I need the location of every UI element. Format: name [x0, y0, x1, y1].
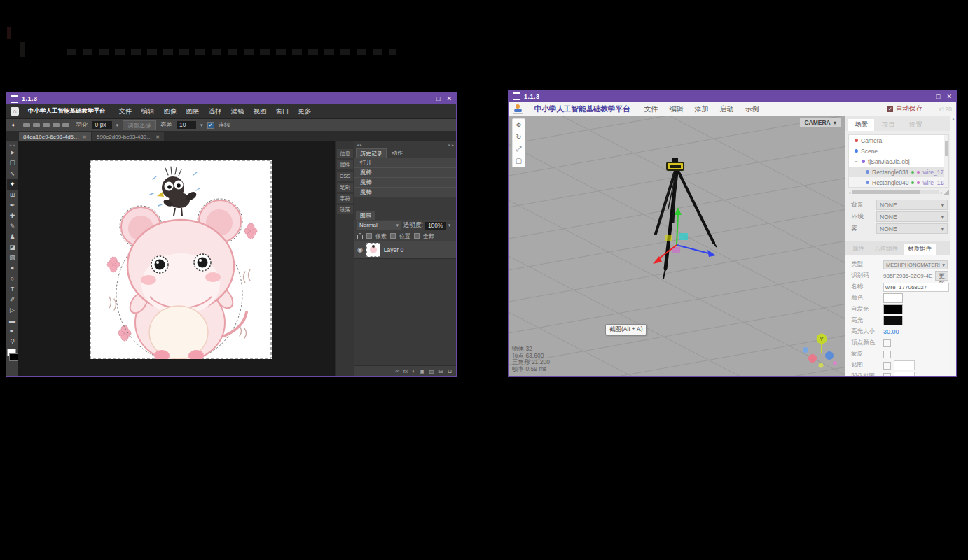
maximize-button[interactable]: □ — [436, 95, 440, 102]
hand-tool[interactable]: ☛ — [7, 326, 18, 337]
tree-item-camera[interactable]: Camera — [849, 135, 948, 146]
layer-row[interactable]: ◉ Layer 0 — [354, 241, 456, 259]
titlebar[interactable]: 1.1.3 — □ ✕ — [6, 93, 456, 104]
effects-icon[interactable]: fx — [403, 368, 408, 374]
blur-tool[interactable]: ● — [7, 263, 18, 274]
scroll-left-icon[interactable]: ◂ — [848, 190, 850, 195]
lasso-tool[interactable]: ∿ — [7, 169, 18, 179]
tab-paragraph[interactable]: 段落 — [337, 205, 353, 214]
panel-collapse-icon[interactable]: ◂ ▸ — [357, 141, 362, 148]
resize-grip-icon[interactable] — [944, 190, 949, 195]
tab-project[interactable]: 项目 — [876, 119, 901, 131]
tab-object-properties[interactable]: 属性 — [848, 244, 869, 255]
eraser-tool[interactable]: ◪ — [7, 242, 18, 253]
delete-icon[interactable]: ⊔ — [448, 368, 452, 374]
close-button[interactable]: ✕ — [446, 95, 452, 102]
scroll-right-icon[interactable]: ▸ — [941, 190, 943, 195]
lock-position-checkbox[interactable] — [390, 233, 396, 239]
minimize-button[interactable]: — — [424, 95, 430, 102]
tree-item-scene[interactable]: Scene — [849, 146, 948, 156]
color-swatch[interactable] — [883, 293, 903, 303]
link-icon[interactable]: ∞ — [395, 368, 399, 374]
opacity-input[interactable]: 100% — [425, 222, 446, 230]
mask-icon[interactable]: ▣ — [420, 368, 425, 374]
history-entry[interactable]: 魔棒 — [354, 168, 456, 178]
shape-tool[interactable]: ▬ — [7, 316, 18, 326]
history-entry[interactable]: 魔棒 — [354, 188, 456, 197]
chevron-down-icon[interactable]: ▾ — [200, 122, 203, 128]
tolerance-input[interactable]: 10 — [177, 121, 196, 129]
tab-material-component[interactable]: 材质组件 — [904, 244, 936, 255]
menu-select[interactable]: 选择 — [209, 107, 222, 116]
translate-tool[interactable]: ✥ — [516, 121, 521, 129]
material-type-select[interactable]: MESHPHONGMATERI ▾ — [883, 260, 948, 270]
magic-wand-tool[interactable]: ✦ — [7, 179, 18, 190]
menu-add[interactable]: 添加 — [695, 104, 709, 114]
specular-swatch[interactable] — [883, 316, 903, 326]
tree-vertical-scrollbar[interactable] — [944, 135, 948, 187]
crop-tool[interactable]: ⊞ — [7, 190, 18, 200]
visibility-eye-icon[interactable]: ◉ — [357, 246, 363, 253]
fog-select[interactable]: NONE ▾ — [876, 223, 948, 234]
bump-map-checkbox[interactable] — [883, 373, 891, 377]
titlebar[interactable]: 1.1.3 — □ ✕ — [509, 90, 956, 102]
canvas-area[interactable] — [18, 141, 335, 376]
brush-tool[interactable]: ✎ — [7, 221, 18, 232]
move-tool[interactable]: ➤ — [7, 148, 18, 158]
tree-horizontal-scrollbar[interactable]: ◂ ▸ — [848, 189, 949, 195]
menu-more[interactable]: 更多 — [298, 107, 312, 116]
background-select[interactable]: NONE ▾ — [876, 200, 948, 210]
collapse-expander-icon[interactable]: − — [855, 158, 859, 164]
adjustment-icon[interactable]: ◐ — [412, 368, 415, 374]
new-selection-icon[interactable] — [23, 122, 30, 127]
close-tab-icon[interactable]: ✕ — [83, 134, 87, 140]
tab-properties[interactable]: 属性 — [337, 160, 353, 169]
document-tab[interactable]: 590c2d09-bc93-489… ✕ — [92, 132, 164, 141]
marquee-tool[interactable]: ☐ — [7, 158, 18, 169]
lock-pixels-checkbox[interactable] — [366, 233, 372, 239]
dodge-tool[interactable]: ○ — [7, 274, 18, 284]
tree-item-mesh[interactable]: Rectangle040 wire_1131350 — [849, 177, 948, 188]
layer-thumbnail[interactable] — [366, 243, 380, 257]
tab-actions[interactable]: 动作 — [388, 148, 406, 158]
environment-select[interactable]: NONE ▾ — [876, 211, 948, 222]
zoom-tool[interactable]: ⚲ — [7, 337, 18, 347]
autosave-checkbox[interactable]: ✓ — [887, 106, 893, 112]
menu-window[interactable]: 窗口 — [276, 107, 289, 116]
update-button[interactable]: 更新 — [935, 271, 948, 281]
background-color-swatch[interactable] — [9, 354, 18, 361]
menu-layer[interactable]: 图层 — [186, 107, 200, 116]
healing-brush-tool[interactable]: ✚ — [7, 211, 18, 221]
close-tab-icon[interactable]: ✕ — [155, 134, 160, 140]
tab-info[interactable]: 信息 — [337, 149, 353, 158]
menu-file[interactable]: 文件 — [119, 107, 132, 116]
layers-panel-header[interactable]: 图层 — [356, 211, 375, 220]
gradient-tool[interactable]: ▨ — [7, 253, 18, 263]
panel-collapse-icon[interactable]: ▸ ▸ — [448, 141, 454, 148]
scroll-up-icon[interactable]: ▲ — [950, 116, 956, 122]
menu-edit[interactable]: 编辑 — [670, 104, 684, 114]
menu-edit[interactable]: 编辑 — [141, 107, 155, 116]
tab-scene[interactable]: 场景 — [848, 119, 874, 131]
scale-tool[interactable]: ⤢ — [516, 145, 522, 153]
history-entry[interactable]: 魔棒 — [354, 178, 456, 188]
group-icon[interactable]: ▤ — [429, 368, 434, 374]
new-layer-icon[interactable]: ⊞ — [438, 368, 443, 374]
map-slot[interactable] — [894, 360, 915, 370]
shininess-value[interactable]: 30.00 — [883, 328, 899, 335]
menu-view[interactable]: 视图 — [254, 107, 267, 116]
emissive-swatch[interactable] — [883, 304, 903, 314]
menu-filter[interactable]: 滤镜 — [231, 107, 244, 116]
chevron-down-icon[interactable]: ▾ — [116, 122, 119, 128]
feather-input[interactable]: 0 px — [92, 121, 112, 129]
menu-file[interactable]: 文件 — [644, 104, 658, 114]
tab-brushes[interactable]: 笔刷 — [337, 183, 353, 192]
minimize-button[interactable]: — — [924, 93, 930, 100]
chevron-down-icon[interactable]: ▾ — [448, 223, 451, 228]
menu-image[interactable]: 图像 — [164, 107, 177, 116]
sidebar-scrollbar[interactable]: ▲ — [950, 116, 956, 376]
skinning-checkbox[interactable] — [883, 351, 891, 358]
tree-item-object[interactable]: − tjSanJiaoJia.obj — [849, 156, 948, 167]
contiguous-checkbox[interactable]: ✓ — [207, 122, 214, 129]
maximize-button[interactable]: □ — [936, 93, 940, 100]
